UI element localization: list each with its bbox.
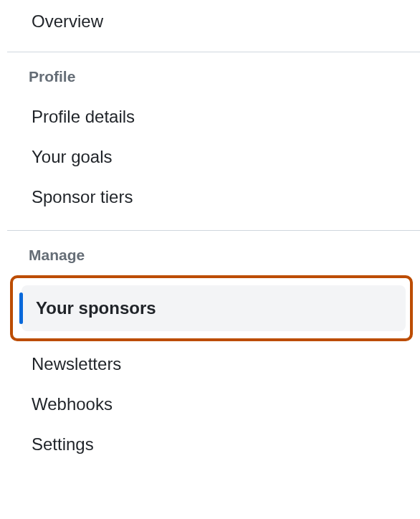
sidebar-item-label: Profile details — [32, 107, 135, 126]
sidebar-item-your-sponsors[interactable]: Your sponsors — [22, 285, 406, 331]
sidebar-item-label: Overview — [32, 11, 103, 31]
sidebar-item-label: Webhooks — [32, 394, 113, 414]
highlight-frame: Your sponsors — [10, 275, 413, 341]
section-header-profile: Profile — [0, 52, 420, 91]
sidebar-item-label: Sponsor tiers — [32, 187, 133, 206]
section-header-manage: Manage — [0, 231, 420, 270]
sidebar-item-webhooks[interactable]: Webhooks — [0, 384, 420, 424]
sidebar-item-label: Your goals — [32, 147, 113, 166]
section-profile-items: Profile details Your goals Sponsor tiers — [0, 91, 420, 230]
sidebar-item-your-goals[interactable]: Your goals — [0, 137, 420, 177]
sidebar-item-label: Settings — [32, 434, 94, 454]
sidebar-item-profile-details[interactable]: Profile details — [0, 97, 420, 137]
sidebar-item-newsletters[interactable]: Newsletters — [0, 344, 420, 384]
sidebar-item-label: Newsletters — [32, 354, 121, 373]
sidebar-nav: Overview Profile Profile details Your go… — [0, 0, 420, 465]
sidebar-item-settings[interactable]: Settings — [0, 424, 420, 465]
sidebar-item-overview[interactable]: Overview — [0, 0, 420, 52]
sidebar-item-label: Your sponsors — [36, 298, 156, 318]
sidebar-item-sponsor-tiers[interactable]: Sponsor tiers — [0, 177, 420, 217]
